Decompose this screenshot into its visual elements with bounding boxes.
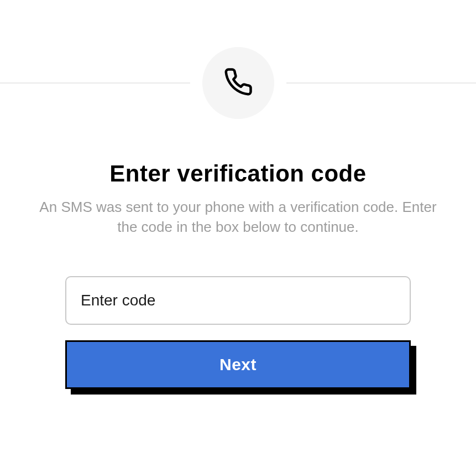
verification-code-input[interactable] bbox=[65, 276, 411, 325]
verification-form: Next bbox=[65, 276, 411, 389]
header-row bbox=[0, 47, 476, 119]
icon-circle bbox=[202, 47, 274, 119]
phone-icon bbox=[223, 67, 253, 99]
next-button-container: Next bbox=[65, 340, 411, 389]
page-subtitle: An SMS was sent to your phone with a ver… bbox=[34, 197, 443, 237]
next-button[interactable]: Next bbox=[65, 340, 411, 389]
divider-right bbox=[286, 82, 477, 84]
page-title: Enter verification code bbox=[109, 160, 366, 187]
divider-left bbox=[0, 82, 190, 84]
